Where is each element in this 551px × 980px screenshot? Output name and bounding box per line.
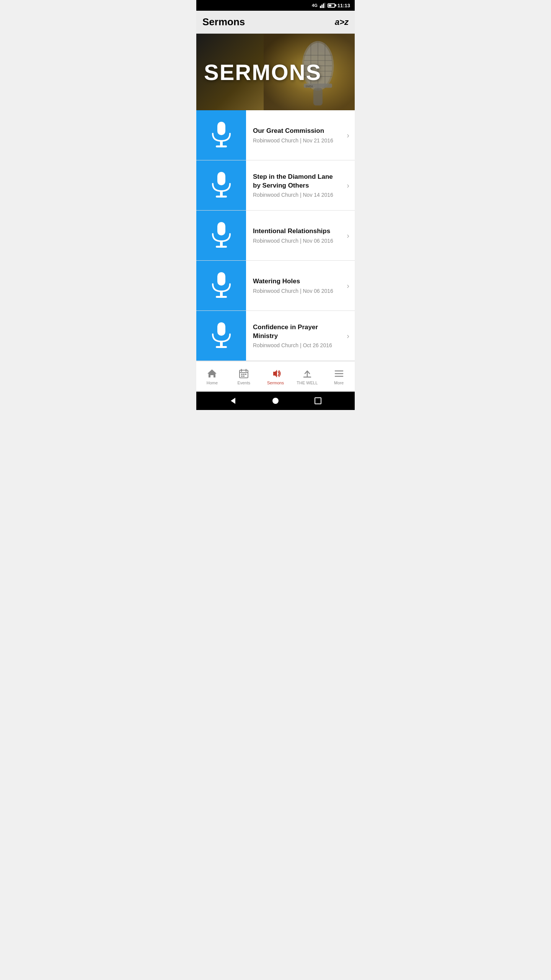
svg-rect-27 xyxy=(220,291,223,296)
sermon-chevron-1: › xyxy=(341,181,355,190)
sermon-thumb-4 xyxy=(196,311,246,361)
sermon-title-4: Confidence in Prayer Ministry xyxy=(253,323,337,340)
sermon-info-4: Confidence in Prayer Ministry Robinwood … xyxy=(246,318,341,353)
status-bar: 4G 11:13 xyxy=(196,0,355,11)
sermon-title-2: Intentional Relationships xyxy=(253,227,337,235)
svg-marker-47 xyxy=(231,398,235,404)
nav-item-thewell[interactable]: THE WELL xyxy=(291,361,323,392)
sermon-thumb-1 xyxy=(196,160,246,210)
sermon-title-1: Step in the Diamond Lane by Serving Othe… xyxy=(253,173,337,189)
sermon-item[interactable]: Intentional Relationships Robinwood Chur… xyxy=(196,211,355,261)
home-icon xyxy=(207,368,217,379)
mic-icon-0 xyxy=(209,121,234,149)
sermon-info-2: Intentional Relationships Robinwood Chur… xyxy=(246,222,341,249)
sermon-thumb-2 xyxy=(196,211,246,260)
sermon-list: Our Great Commission Robinwood Church | … xyxy=(196,110,355,361)
svg-rect-24 xyxy=(220,241,223,246)
time-label: 11:13 xyxy=(337,3,350,8)
sermon-meta-3: Robinwood Church | Nov 06 2016 xyxy=(253,288,337,294)
sermon-title-0: Our Great Commission xyxy=(253,127,337,135)
mic-icon-4 xyxy=(209,322,234,350)
nav-item-events[interactable]: Events xyxy=(228,361,260,392)
sermon-item[interactable]: Our Great Commission Robinwood Church | … xyxy=(196,110,355,160)
svg-rect-22 xyxy=(216,196,227,198)
svg-rect-25 xyxy=(216,246,227,248)
svg-rect-20 xyxy=(217,172,225,185)
svg-rect-21 xyxy=(220,191,223,196)
page-title: Sermons xyxy=(202,16,245,28)
sermon-meta-2: Robinwood Church | Nov 06 2016 xyxy=(253,238,337,244)
svg-rect-2 xyxy=(323,3,324,8)
sermon-meta-4: Robinwood Church | Oct 26 2016 xyxy=(253,342,337,348)
home-button[interactable] xyxy=(272,397,279,405)
svg-rect-40 xyxy=(243,376,245,377)
sermon-chevron-4: › xyxy=(341,332,355,340)
thewell-icon xyxy=(302,368,313,379)
sermon-chevron-3: › xyxy=(341,281,355,290)
svg-point-48 xyxy=(272,398,279,404)
svg-rect-49 xyxy=(315,398,321,404)
header-logo: a>z xyxy=(335,17,349,27)
nav-label-events: Events xyxy=(237,381,250,385)
svg-rect-28 xyxy=(216,296,227,298)
svg-rect-38 xyxy=(245,374,246,375)
nav-label-thewell: THE WELL xyxy=(297,381,318,385)
sermon-thumb-3 xyxy=(196,261,246,310)
svg-rect-31 xyxy=(216,346,227,348)
sermon-chevron-0: › xyxy=(341,131,355,140)
mic-icon-2 xyxy=(209,221,234,250)
hero-text: SERMONS xyxy=(196,59,321,85)
sermon-meta-1: Robinwood Church | Nov 14 2016 xyxy=(253,192,337,198)
sermons-icon xyxy=(270,368,281,379)
recent-button[interactable] xyxy=(314,397,322,405)
svg-rect-16 xyxy=(313,88,323,105)
svg-rect-29 xyxy=(217,322,225,336)
svg-rect-18 xyxy=(220,141,223,145)
svg-rect-39 xyxy=(241,376,243,377)
svg-rect-37 xyxy=(243,374,245,375)
svg-rect-3 xyxy=(324,3,325,8)
mic-icon-1 xyxy=(209,171,234,199)
svg-rect-19 xyxy=(216,145,227,147)
nav-label-more: More xyxy=(334,381,344,385)
bottom-nav: Home Events Sermons xyxy=(196,361,355,392)
nav-item-more[interactable]: More xyxy=(323,361,355,392)
svg-rect-36 xyxy=(241,374,243,375)
app-header: Sermons a>z xyxy=(196,11,355,34)
nav-label-sermons: Sermons xyxy=(267,381,284,385)
svg-rect-1 xyxy=(321,5,323,8)
svg-rect-30 xyxy=(220,341,223,346)
sermon-info-1: Step in the Diamond Lane by Serving Othe… xyxy=(246,167,341,203)
sermon-item[interactable]: Step in the Diamond Lane by Serving Othe… xyxy=(196,160,355,211)
sermon-item[interactable]: Confidence in Prayer Ministry Robinwood … xyxy=(196,311,355,361)
sermon-chevron-2: › xyxy=(341,231,355,240)
sermon-info-0: Our Great Commission Robinwood Church | … xyxy=(246,121,341,149)
sermon-meta-0: Robinwood Church | Nov 21 2016 xyxy=(253,137,337,144)
mic-icon-3 xyxy=(209,271,234,300)
svg-rect-26 xyxy=(217,272,225,286)
nav-item-sermons[interactable]: Sermons xyxy=(260,361,292,392)
sermon-item[interactable]: Watering Holes Robinwood Church | Nov 06… xyxy=(196,261,355,311)
sermon-info-3: Watering Holes Robinwood Church | Nov 06… xyxy=(246,272,341,299)
svg-text:SM58: SM58 xyxy=(306,85,313,88)
svg-rect-23 xyxy=(217,222,225,235)
sermon-title-3: Watering Holes xyxy=(253,277,337,286)
nav-item-home[interactable]: Home xyxy=(196,361,228,392)
svg-marker-41 xyxy=(273,370,277,377)
events-icon xyxy=(238,368,249,379)
battery-icon xyxy=(328,3,335,8)
svg-rect-17 xyxy=(217,122,225,135)
signal-icon xyxy=(320,3,325,8)
svg-rect-0 xyxy=(320,6,321,8)
android-nav-bar xyxy=(196,392,355,410)
back-button[interactable] xyxy=(229,397,237,405)
more-icon xyxy=(334,368,344,379)
signal-label: 4G xyxy=(312,3,318,8)
sermon-thumb-0 xyxy=(196,110,246,160)
nav-label-home: Home xyxy=(207,381,218,385)
hero-banner: SM58 SERMONS xyxy=(196,34,355,110)
